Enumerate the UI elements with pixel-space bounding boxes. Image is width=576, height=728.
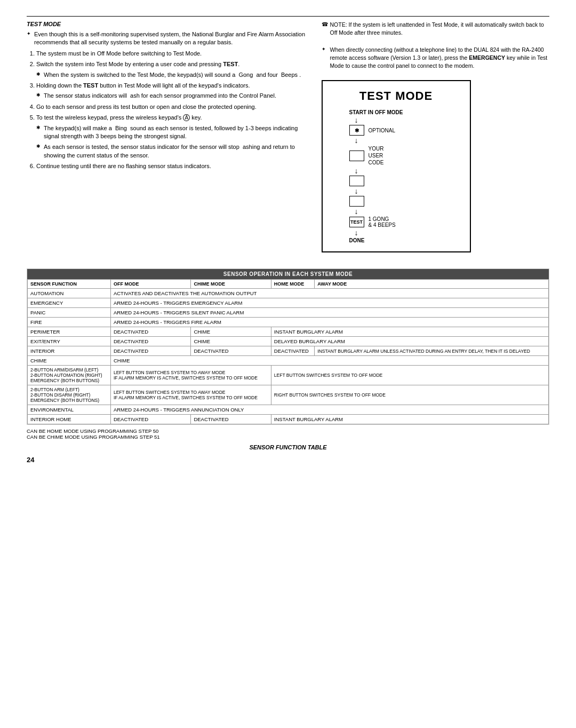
section-title: TEST MODE	[27, 21, 306, 27]
cell-off: DEACTIVATED	[110, 346, 190, 356]
cell-function: 2-BUTTON ARM/DISARM (LEFT) 2-BUTTON AUTO…	[28, 366, 111, 385]
table-row: EMERGENCY ARMED 24-HOURS - TRIGGERS EMER…	[28, 298, 549, 308]
cell-left-span: LEFT BUTTON SWITCHES SYSTEM TO AWAY MODE…	[110, 366, 271, 385]
cell-function: INTERIOR HOME	[28, 415, 111, 424]
user-code-step-3	[349, 196, 364, 207]
cell-off: DEACTIVATED	[110, 327, 190, 337]
cell-function: EXIT/ENTRY	[28, 337, 111, 346]
cell-span: ACTIVATES AND DEACTIVATES THE AUTOMATION…	[110, 289, 548, 298]
step-4: Go to each sensor and press its test but…	[36, 103, 306, 111]
arrow-6: ↓	[355, 229, 358, 236]
footnotes: CAN BE HOME MODE USING PROGRAMMING STEP …	[27, 428, 549, 440]
cell-chime: CHIME	[191, 327, 271, 337]
right-column: NOTE: If the system is left unattended i…	[322, 21, 550, 252]
cell-function: CHIME	[28, 356, 111, 366]
flow-diagram: START IN OFF MODE ↓ ✱ OPTIONAL ↓ YOUR US…	[333, 109, 459, 243]
cell-span: DELAYED BURGLARY ALARM	[271, 337, 548, 346]
note-2: When directly connecting (without a tele…	[322, 46, 550, 69]
cell-function: EMERGENCY	[28, 298, 111, 308]
step-3: Holding down the TEST button in Test Mod…	[36, 82, 306, 100]
footnote-1: CAN BE HOME MODE USING PROGRAMMING STEP …	[27, 428, 549, 434]
cell-function: ENVIRONMENTAL	[28, 405, 111, 415]
col-chime-mode: CHIME MODE	[191, 280, 271, 289]
cell-chime: DEACTIVATED	[191, 346, 271, 356]
note-1: NOTE: If the system is left unattended i…	[322, 21, 550, 36]
user-code-step-2	[349, 176, 364, 186]
cell-span: ARMED 24-HOURS - TRIGGERS EMERGENCY ALAR…	[110, 298, 548, 308]
table-row: PERIMETER DEACTIVATED CHIME INSTANT BURG…	[28, 327, 549, 337]
col-off-mode: OFF MODE	[110, 280, 190, 289]
digit-key-1	[349, 151, 364, 161]
cell-span: CHIME	[110, 356, 548, 366]
user-code-step-1: YOUR USER CODE	[349, 145, 384, 166]
cell-function: AUTOMATION	[28, 289, 111, 298]
left-column: TEST MODE Even though this is a self-mon…	[27, 21, 306, 252]
cell-span: ARMED 24-HOURS - TRIGGERS ANNUNCIATION O…	[110, 405, 548, 415]
table-row: FIRE ARMED 24-HOURS - TRIGGERS FIRE ALAR…	[28, 318, 549, 327]
intro-bullet: Even though this is a self-monitoring su…	[27, 30, 306, 47]
done-label: DONE	[349, 238, 365, 243]
cell-left-span: LEFT BUTTON SWITCHES SYSTEM TO AWAY MODE…	[110, 385, 271, 405]
sensor-table-section: SENSOR OPERATION IN EACH SYSTEM MODE SEN…	[27, 268, 549, 425]
cell-away: INSTANT BURGLARY ALARM UNLESS ACTIVATED …	[315, 346, 549, 356]
page-number: 24	[27, 456, 549, 464]
arrow-5: ↓	[355, 208, 358, 215]
cell-function: INTERIOR	[28, 346, 111, 356]
table-row: INTERIOR HOME DEACTIVATED DEACTIVATED IN…	[28, 415, 549, 424]
step-1: The system must be in Off Mode before sw…	[36, 50, 306, 58]
top-divider	[27, 16, 549, 17]
step-2-sub-1: When the system is switched to the Test …	[36, 71, 306, 79]
table-main-header: SENSOR OPERATION IN EACH SYSTEM MODE	[27, 269, 549, 279]
cell-right-span: RIGHT BUTTON SWITCHES SYSTEM TO OFF MODE	[271, 385, 548, 405]
step-5-sub-1: The keypad(s) will make a Bing sound as …	[36, 124, 306, 141]
cell-off: DEACTIVATED	[110, 415, 190, 424]
table-row: CHIME CHIME	[28, 356, 549, 366]
table-row: 2-BUTTON ARM (LEFT) 2-BUTTON DISARM (RIG…	[28, 385, 549, 405]
footnote-2: CAN BE CHIME MODE USING PROGRAMMING STEP…	[27, 434, 549, 440]
optional-label: OPTIONAL	[369, 128, 396, 133]
col-home-mode: HOME MODE	[271, 280, 315, 289]
table-row: ENVIRONMENTAL ARMED 24-HOURS - TRIGGERS …	[28, 405, 549, 415]
steps-list: The system must be in Off Mode before sw…	[27, 50, 306, 171]
cell-span: INSTANT BURGLARY ALARM	[271, 327, 548, 337]
cell-home: DEACTIVATED	[271, 346, 315, 356]
test-mode-box: TEST MODE START IN OFF MODE ↓ ✱ OPTIONAL…	[322, 80, 471, 252]
cell-function: 2-BUTTON ARM (LEFT) 2-BUTTON DISARM (RIG…	[28, 385, 111, 405]
star-key: ✱	[349, 125, 364, 136]
test-mode-title: TEST MODE	[333, 89, 459, 103]
cell-function: FIRE	[28, 318, 111, 327]
arrow-4: ↓	[355, 187, 358, 195]
cell-off: DEACTIVATED	[110, 337, 190, 346]
step-5: To test the wireless keypad, press the w…	[36, 114, 306, 160]
table-row: EXIT/ENTRY DEACTIVATED CHIME DELAYED BUR…	[28, 337, 549, 346]
table-row: INTERIOR DEACTIVATED DEACTIVATED DEACTIV…	[28, 346, 549, 356]
table-row: 2-BUTTON ARM/DISARM (LEFT) 2-BUTTON AUTO…	[28, 366, 549, 385]
arrow-2: ↓	[355, 137, 358, 144]
col-away-mode: AWAY MODE	[315, 280, 549, 289]
cell-span: INSTANT BURGLARY ALARM	[271, 415, 548, 424]
start-label: START IN OFF MODE	[349, 109, 403, 115]
step-6: Continue testing until there are no flas…	[36, 162, 306, 170]
table-row: PANIC ARMED 24-HOURS - TRIGGERS SILENT P…	[28, 308, 549, 318]
cell-chime: CHIME	[191, 337, 271, 346]
digit-key-2	[349, 176, 364, 186]
user-code-label: YOUR USER CODE	[369, 145, 384, 166]
test-key: TEST	[349, 217, 364, 227]
test-key-step: TEST 1 GONG & 4 BEEPS	[349, 216, 396, 228]
table-header-row: SENSOR FUNCTION OFF MODE CHIME MODE HOME…	[28, 280, 549, 289]
cell-span: ARMED 24-HOURS - TRIGGERS FIRE ALARM	[110, 318, 548, 327]
arrow-3: ↓	[355, 167, 358, 175]
cell-function: PERIMETER	[28, 327, 111, 337]
step-3-sub-1: The sensor status indicators will ash fo…	[36, 92, 306, 100]
cell-function: PANIC	[28, 308, 111, 318]
cell-span: ARMED 24-HOURS - TRIGGERS SILENT PANIC A…	[110, 308, 548, 318]
table-row: AUTOMATION ACTIVATES AND DEACTIVATES THE…	[28, 289, 549, 298]
digit-key-3	[349, 196, 364, 207]
gong-label: 1 GONG & 4 BEEPS	[369, 216, 396, 228]
step-5-sub-2: As each sensor is tested, the sensor sta…	[36, 143, 306, 160]
arrow-1: ↓	[355, 116, 358, 124]
star-step: ✱ OPTIONAL	[349, 125, 396, 136]
cell-chime: DEACTIVATED	[191, 415, 271, 424]
step-2: Switch the system into Test Mode by ente…	[36, 60, 306, 79]
top-section: TEST MODE Even though this is a self-mon…	[27, 21, 549, 252]
